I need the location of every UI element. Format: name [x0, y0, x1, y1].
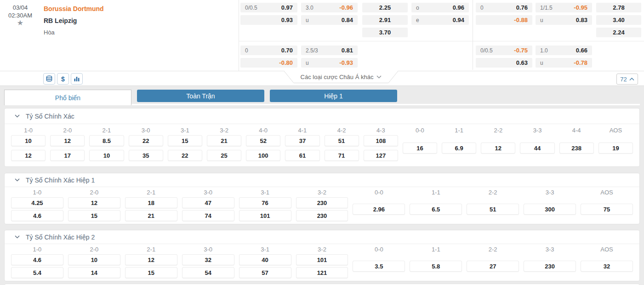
- section-header[interactable]: Tỷ Số Chính Xác: [5, 108, 639, 124]
- score-odds-cell[interactable]: 17: [50, 150, 85, 161]
- score-odds-cell[interactable]: 32: [581, 261, 633, 272]
- section-header[interactable]: Tỷ Số Chính Xác Hiệp 2: [5, 230, 639, 244]
- score-odds-cell[interactable]: 25: [207, 150, 241, 161]
- score-odds-cell[interactable]: 127: [364, 150, 398, 161]
- odds-cell-1x2-draw[interactable]: 2.24: [596, 28, 641, 37]
- score-odds-cell[interactable]: 18: [125, 197, 177, 208]
- section-header[interactable]: Tỷ Số Chính Xác Hiệp 1: [5, 173, 639, 187]
- score-odds-cell[interactable]: 74: [182, 210, 234, 221]
- odds-cell-under[interactable]: u 0.84: [301, 15, 358, 25]
- odds-cell-even[interactable]: e 0.94: [411, 15, 469, 25]
- odds-cell-hdp-away[interactable]: 0.63: [476, 58, 532, 68]
- odds-cell-under[interactable]: u -0.78: [536, 58, 592, 68]
- score-odds-cell[interactable]: 16: [403, 142, 437, 154]
- score-odds-cell[interactable]: 47: [182, 197, 234, 208]
- score-odds-cell[interactable]: 12: [11, 150, 46, 161]
- score-odds-cell[interactable]: 37: [285, 135, 319, 146]
- odds-cell-1x2-draw[interactable]: 3.70: [362, 28, 408, 37]
- score-odds-cell[interactable]: 10: [11, 135, 46, 146]
- odds-cell-hdp-home[interactable]: 0/0.5 0.97: [240, 3, 297, 12]
- score-odds-cell[interactable]: 230: [296, 197, 348, 208]
- odds-cell-1x2-away[interactable]: 2.91: [362, 15, 408, 25]
- odds-cell-over[interactable]: 1/1.5 -0.95: [536, 3, 592, 12]
- favorite-star-icon[interactable]: ★: [0, 18, 40, 27]
- score-odds-cell[interactable]: 230: [296, 210, 348, 221]
- score-odds-cell[interactable]: 12: [68, 197, 120, 208]
- market-count-collapse-button[interactable]: 72: [616, 74, 638, 85]
- score-header: 1-0: [11, 126, 46, 135]
- tab-full-match[interactable]: Toàn Trận: [137, 90, 264, 102]
- score-odds-cell[interactable]: 5.8: [410, 261, 462, 272]
- score-odds-cell[interactable]: 76: [239, 197, 291, 208]
- score-cells: 230230: [296, 197, 348, 221]
- score-odds-cell[interactable]: 22: [129, 135, 163, 146]
- odds-cell-hdp-home[interactable]: 0 0.76: [476, 3, 532, 12]
- tab-popular[interactable]: Phổ biến: [4, 90, 131, 105]
- score-odds-cell[interactable]: 32: [182, 254, 234, 265]
- score-odds-cell[interactable]: 230: [524, 261, 576, 272]
- score-odds-cell[interactable]: 10: [89, 150, 124, 161]
- bar-chart-icon[interactable]: [71, 73, 83, 85]
- score-odds-cell[interactable]: 3.5: [353, 261, 405, 272]
- score-odds-cell[interactable]: 108: [364, 135, 398, 146]
- more-asian-bets-dropdown[interactable]: Các loại cược Châu Á khác: [284, 71, 399, 84]
- score-odds-cell[interactable]: 21: [125, 210, 177, 221]
- score-odds-cell[interactable]: 57: [239, 267, 291, 278]
- score-odds-cell[interactable]: 75: [581, 204, 633, 215]
- score-odds-cell[interactable]: 54: [182, 267, 234, 278]
- score-odds-cell[interactable]: 51: [467, 204, 519, 215]
- score-odds-cell[interactable]: 101: [296, 254, 348, 265]
- odds-cell-hdp-away[interactable]: -0.88: [476, 15, 532, 25]
- odds-cell-1x2-home[interactable]: 2.25: [362, 3, 408, 12]
- score-odds-cell[interactable]: 22: [168, 150, 202, 161]
- score-odds-cell[interactable]: 2.96: [353, 204, 405, 215]
- odds-cell-hdp-home[interactable]: 0 0.70: [240, 46, 297, 55]
- score-odds-cell[interactable]: 300: [524, 204, 576, 215]
- score-odds-cell[interactable]: 4.25: [11, 197, 63, 208]
- score-odds-cell[interactable]: 51: [325, 135, 359, 146]
- score-odds-cell[interactable]: 40: [239, 254, 291, 265]
- odds-cell-over[interactable]: 2.5/3 0.81: [301, 46, 358, 55]
- score-odds-cell[interactable]: 15: [168, 135, 202, 146]
- tab-first-half[interactable]: Hiệp 1: [270, 90, 397, 102]
- score-odds-cell[interactable]: 12: [50, 135, 85, 146]
- score-odds-cell[interactable]: 52: [246, 135, 280, 146]
- score-header: 2-2: [467, 245, 519, 254]
- score-odds-cell[interactable]: 61: [285, 150, 319, 161]
- score-odds-cell[interactable]: 10: [68, 254, 120, 265]
- odds-cell-under[interactable]: u 0.83: [536, 15, 592, 25]
- score-odds-cell[interactable]: 5.4: [11, 267, 63, 278]
- score-odds-cell[interactable]: 21: [207, 135, 241, 146]
- score-odds-cell[interactable]: 4.6: [11, 210, 63, 221]
- score-odds-cell[interactable]: 35: [129, 150, 163, 161]
- score-odds-cell[interactable]: 101: [239, 210, 291, 221]
- score-odds-cell[interactable]: 6.5: [410, 204, 462, 215]
- score-cells: 27: [467, 254, 519, 278]
- score-odds-cell[interactable]: 12: [481, 142, 515, 154]
- odds-cell-over[interactable]: 3.0 -0.96: [301, 3, 358, 12]
- score-odds-cell[interactable]: 15: [125, 267, 177, 278]
- odds-cell-1x2-home[interactable]: 2.78: [596, 3, 641, 12]
- dollar-icon[interactable]: $: [57, 73, 69, 85]
- score-odds-cell[interactable]: 8.5: [89, 135, 124, 146]
- score-odds-cell[interactable]: 44: [520, 142, 554, 154]
- odds-cell-1x2-away[interactable]: 3.40: [596, 15, 641, 25]
- odds-cell-odd[interactable]: o 0.96: [411, 3, 469, 12]
- score-odds-cell[interactable]: 121: [296, 267, 348, 278]
- score-odds-cell[interactable]: 238: [559, 142, 594, 154]
- score-odds-cell[interactable]: 71: [325, 150, 359, 161]
- score-odds-cell[interactable]: 6.9: [442, 142, 476, 154]
- odds-cell-over[interactable]: 1.0 0.66: [536, 46, 592, 55]
- score-odds-cell[interactable]: 27: [467, 261, 519, 272]
- score-odds-cell[interactable]: 4.6: [11, 254, 63, 265]
- odds-cell-under[interactable]: u -0.93: [301, 58, 358, 68]
- odds-cell-hdp-away[interactable]: 0.93: [240, 15, 297, 25]
- stack-icon[interactable]: [43, 73, 55, 85]
- score-odds-cell[interactable]: 19: [598, 142, 633, 154]
- score-odds-cell[interactable]: 14: [68, 267, 120, 278]
- score-odds-cell[interactable]: 15: [68, 210, 120, 221]
- odds-cell-hdp-home[interactable]: 0/0.5 -0.75: [476, 46, 532, 55]
- odds-cell-hdp-away[interactable]: -0.80: [240, 58, 297, 68]
- score-odds-cell[interactable]: 100: [246, 150, 280, 161]
- score-odds-cell[interactable]: 12: [125, 254, 177, 265]
